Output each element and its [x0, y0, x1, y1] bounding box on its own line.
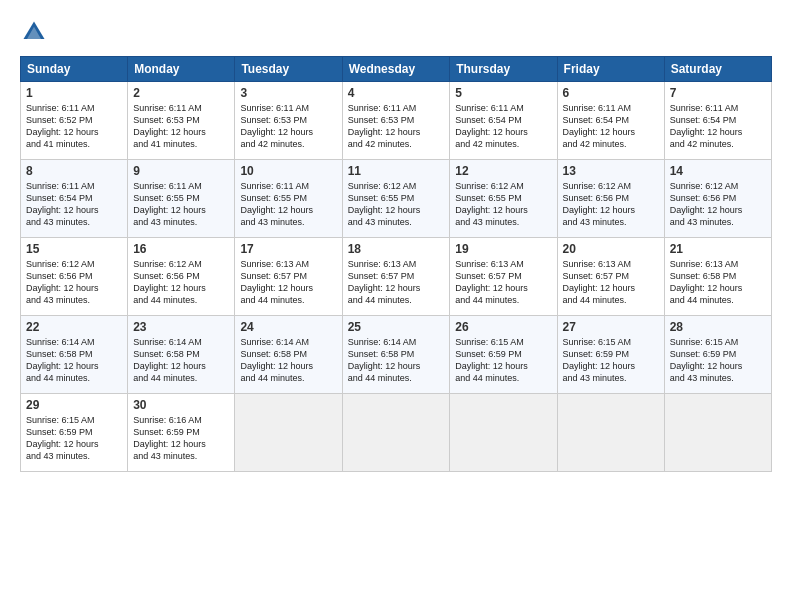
calendar-cell: 8Sunrise: 6:11 AMSunset: 6:54 PMDaylight…	[21, 160, 128, 238]
calendar-cell: 2Sunrise: 6:11 AMSunset: 6:53 PMDaylight…	[128, 82, 235, 160]
calendar-week-3: 15Sunrise: 6:12 AMSunset: 6:56 PMDayligh…	[21, 238, 772, 316]
day-number: 15	[26, 242, 122, 256]
day-number: 9	[133, 164, 229, 178]
day-number: 12	[455, 164, 551, 178]
calendar-week-1: 1Sunrise: 6:11 AMSunset: 6:52 PMDaylight…	[21, 82, 772, 160]
day-number: 24	[240, 320, 336, 334]
calendar-cell: 26Sunrise: 6:15 AMSunset: 6:59 PMDayligh…	[450, 316, 557, 394]
day-info: Sunrise: 6:13 AMSunset: 6:57 PMDaylight:…	[563, 258, 659, 307]
day-number: 14	[670, 164, 766, 178]
calendar-cell	[235, 394, 342, 472]
calendar-cell: 28Sunrise: 6:15 AMSunset: 6:59 PMDayligh…	[664, 316, 771, 394]
calendar-cell: 25Sunrise: 6:14 AMSunset: 6:58 PMDayligh…	[342, 316, 450, 394]
day-info: Sunrise: 6:11 AMSunset: 6:55 PMDaylight:…	[133, 180, 229, 229]
calendar-cell: 22Sunrise: 6:14 AMSunset: 6:58 PMDayligh…	[21, 316, 128, 394]
day-number: 4	[348, 86, 445, 100]
calendar-cell: 13Sunrise: 6:12 AMSunset: 6:56 PMDayligh…	[557, 160, 664, 238]
calendar-cell: 20Sunrise: 6:13 AMSunset: 6:57 PMDayligh…	[557, 238, 664, 316]
day-info: Sunrise: 6:15 AMSunset: 6:59 PMDaylight:…	[670, 336, 766, 385]
day-number: 23	[133, 320, 229, 334]
day-number: 1	[26, 86, 122, 100]
day-info: Sunrise: 6:12 AMSunset: 6:56 PMDaylight:…	[563, 180, 659, 229]
day-header-saturday: Saturday	[664, 57, 771, 82]
day-number: 21	[670, 242, 766, 256]
calendar-cell: 15Sunrise: 6:12 AMSunset: 6:56 PMDayligh…	[21, 238, 128, 316]
calendar-cell: 27Sunrise: 6:15 AMSunset: 6:59 PMDayligh…	[557, 316, 664, 394]
calendar-cell: 6Sunrise: 6:11 AMSunset: 6:54 PMDaylight…	[557, 82, 664, 160]
day-number: 20	[563, 242, 659, 256]
calendar-cell: 11Sunrise: 6:12 AMSunset: 6:55 PMDayligh…	[342, 160, 450, 238]
day-info: Sunrise: 6:13 AMSunset: 6:57 PMDaylight:…	[240, 258, 336, 307]
day-number: 30	[133, 398, 229, 412]
day-info: Sunrise: 6:15 AMSunset: 6:59 PMDaylight:…	[563, 336, 659, 385]
day-number: 16	[133, 242, 229, 256]
calendar-cell: 1Sunrise: 6:11 AMSunset: 6:52 PMDaylight…	[21, 82, 128, 160]
day-number: 19	[455, 242, 551, 256]
day-info: Sunrise: 6:15 AMSunset: 6:59 PMDaylight:…	[26, 414, 122, 463]
day-number: 7	[670, 86, 766, 100]
day-number: 3	[240, 86, 336, 100]
day-info: Sunrise: 6:13 AMSunset: 6:57 PMDaylight:…	[455, 258, 551, 307]
day-info: Sunrise: 6:11 AMSunset: 6:54 PMDaylight:…	[455, 102, 551, 151]
calendar-header-row: SundayMondayTuesdayWednesdayThursdayFrid…	[21, 57, 772, 82]
day-info: Sunrise: 6:11 AMSunset: 6:54 PMDaylight:…	[26, 180, 122, 229]
calendar-cell: 24Sunrise: 6:14 AMSunset: 6:58 PMDayligh…	[235, 316, 342, 394]
calendar-cell: 3Sunrise: 6:11 AMSunset: 6:53 PMDaylight…	[235, 82, 342, 160]
day-info: Sunrise: 6:13 AMSunset: 6:58 PMDaylight:…	[670, 258, 766, 307]
day-info: Sunrise: 6:12 AMSunset: 6:56 PMDaylight:…	[133, 258, 229, 307]
day-info: Sunrise: 6:11 AMSunset: 6:53 PMDaylight:…	[133, 102, 229, 151]
day-number: 28	[670, 320, 766, 334]
day-number: 11	[348, 164, 445, 178]
calendar-cell: 12Sunrise: 6:12 AMSunset: 6:55 PMDayligh…	[450, 160, 557, 238]
day-info: Sunrise: 6:11 AMSunset: 6:55 PMDaylight:…	[240, 180, 336, 229]
calendar-cell: 5Sunrise: 6:11 AMSunset: 6:54 PMDaylight…	[450, 82, 557, 160]
calendar-cell	[664, 394, 771, 472]
day-header-wednesday: Wednesday	[342, 57, 450, 82]
day-number: 27	[563, 320, 659, 334]
day-number: 22	[26, 320, 122, 334]
day-info: Sunrise: 6:13 AMSunset: 6:57 PMDaylight:…	[348, 258, 445, 307]
day-number: 26	[455, 320, 551, 334]
day-number: 2	[133, 86, 229, 100]
calendar: SundayMondayTuesdayWednesdayThursdayFrid…	[20, 56, 772, 472]
calendar-cell	[557, 394, 664, 472]
calendar-cell: 18Sunrise: 6:13 AMSunset: 6:57 PMDayligh…	[342, 238, 450, 316]
day-info: Sunrise: 6:16 AMSunset: 6:59 PMDaylight:…	[133, 414, 229, 463]
calendar-cell: 10Sunrise: 6:11 AMSunset: 6:55 PMDayligh…	[235, 160, 342, 238]
day-info: Sunrise: 6:14 AMSunset: 6:58 PMDaylight:…	[133, 336, 229, 385]
day-number: 10	[240, 164, 336, 178]
calendar-cell: 9Sunrise: 6:11 AMSunset: 6:55 PMDaylight…	[128, 160, 235, 238]
calendar-cell: 23Sunrise: 6:14 AMSunset: 6:58 PMDayligh…	[128, 316, 235, 394]
day-info: Sunrise: 6:11 AMSunset: 6:54 PMDaylight:…	[670, 102, 766, 151]
day-info: Sunrise: 6:12 AMSunset: 6:56 PMDaylight:…	[26, 258, 122, 307]
day-info: Sunrise: 6:15 AMSunset: 6:59 PMDaylight:…	[455, 336, 551, 385]
day-info: Sunrise: 6:11 AMSunset: 6:53 PMDaylight:…	[240, 102, 336, 151]
day-info: Sunrise: 6:11 AMSunset: 6:53 PMDaylight:…	[348, 102, 445, 151]
day-number: 5	[455, 86, 551, 100]
day-number: 25	[348, 320, 445, 334]
day-number: 29	[26, 398, 122, 412]
day-info: Sunrise: 6:12 AMSunset: 6:55 PMDaylight:…	[348, 180, 445, 229]
calendar-cell: 29Sunrise: 6:15 AMSunset: 6:59 PMDayligh…	[21, 394, 128, 472]
day-info: Sunrise: 6:11 AMSunset: 6:52 PMDaylight:…	[26, 102, 122, 151]
calendar-week-4: 22Sunrise: 6:14 AMSunset: 6:58 PMDayligh…	[21, 316, 772, 394]
day-header-sunday: Sunday	[21, 57, 128, 82]
calendar-cell: 14Sunrise: 6:12 AMSunset: 6:56 PMDayligh…	[664, 160, 771, 238]
calendar-week-5: 29Sunrise: 6:15 AMSunset: 6:59 PMDayligh…	[21, 394, 772, 472]
calendar-cell: 21Sunrise: 6:13 AMSunset: 6:58 PMDayligh…	[664, 238, 771, 316]
day-info: Sunrise: 6:12 AMSunset: 6:56 PMDaylight:…	[670, 180, 766, 229]
day-number: 18	[348, 242, 445, 256]
logo-icon	[20, 18, 48, 46]
calendar-cell	[342, 394, 450, 472]
header	[20, 18, 772, 46]
day-info: Sunrise: 6:14 AMSunset: 6:58 PMDaylight:…	[240, 336, 336, 385]
day-number: 6	[563, 86, 659, 100]
day-info: Sunrise: 6:14 AMSunset: 6:58 PMDaylight:…	[26, 336, 122, 385]
day-header-monday: Monday	[128, 57, 235, 82]
calendar-week-2: 8Sunrise: 6:11 AMSunset: 6:54 PMDaylight…	[21, 160, 772, 238]
day-info: Sunrise: 6:11 AMSunset: 6:54 PMDaylight:…	[563, 102, 659, 151]
day-number: 13	[563, 164, 659, 178]
page: SundayMondayTuesdayWednesdayThursdayFrid…	[0, 0, 792, 612]
calendar-cell: 4Sunrise: 6:11 AMSunset: 6:53 PMDaylight…	[342, 82, 450, 160]
calendar-cell: 30Sunrise: 6:16 AMSunset: 6:59 PMDayligh…	[128, 394, 235, 472]
